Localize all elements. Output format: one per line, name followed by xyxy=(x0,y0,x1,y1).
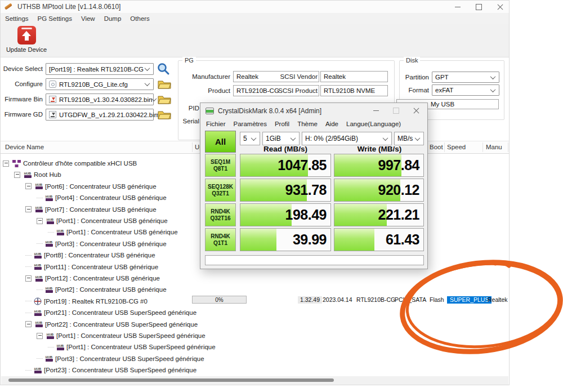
col-device-name[interactable]: Device Name xyxy=(5,144,44,150)
cdm-write-cell: 61.43 xyxy=(334,228,424,251)
tree-item[interactable]: HUB[Port3] : Concentrateur USB générique xyxy=(37,238,167,250)
tree-item[interactable]: Contrôleur d'hôte compatible xHCI USB xyxy=(3,158,137,169)
update-device-icon xyxy=(17,26,36,44)
tree-item-label: [Port3] : Concentrateur USB générique xyxy=(55,240,167,247)
cdm-write-value: 221.21 xyxy=(378,204,419,226)
firmware-bin-combo[interactable]: RTL9210B_v1.30.24.030822.bin xyxy=(46,93,154,105)
cdm-size-combo[interactable]: 1GiB xyxy=(262,132,300,145)
device-select-combo[interactable]: [Port19] : Realtek RTL9210B-CG #0 xyxy=(46,63,154,75)
configure-combo[interactable]: RTL9210B_CG_Lite.cfg xyxy=(46,78,154,90)
tree-item[interactable]: HUB[Port21] : Concentrateur USB SuperSpe… xyxy=(25,307,196,318)
maximize-icon[interactable] xyxy=(393,108,399,114)
tree-item-label: [Port7] : Concentrateur USB générique xyxy=(45,206,157,213)
collapse-icon[interactable] xyxy=(25,183,32,189)
chevron-down-icon xyxy=(151,96,157,101)
tree-item[interactable]: HUB[Port8] : Concentrateur USB générique xyxy=(25,250,155,261)
col-boot[interactable]: Boot xyxy=(430,144,443,150)
menu-others[interactable]: Others xyxy=(130,15,150,22)
tree-item[interactable]: [Port19] : Realtek RTL9210B-CG #0 xyxy=(25,296,148,307)
cdm-all-button[interactable]: All xyxy=(205,131,236,153)
menu-settings[interactable]: Settings xyxy=(5,15,29,22)
collapse-icon[interactable] xyxy=(37,218,43,224)
collapse-icon[interactable] xyxy=(25,321,32,327)
cdm-test-button[interactable]: SEQ1MQ8T1 xyxy=(205,154,236,177)
tree-item[interactable]: HUB[Port7] : Concentrateur USB générique xyxy=(25,204,157,215)
cdm-write-value: 997.84 xyxy=(378,154,419,176)
tree-item[interactable]: HUB[Port1] : Concentrateur USB SuperSpee… xyxy=(37,330,205,341)
collapse-icon[interactable] xyxy=(25,206,32,212)
tree-item[interactable]: HUB[Port1] : Concentrateur USB générique xyxy=(37,215,168,226)
hub-icon: HUB xyxy=(46,333,55,339)
hub-icon: HUB xyxy=(44,355,53,362)
scsi-product-field[interactable]: RTL9210B NVME xyxy=(320,85,388,96)
tree-item[interactable]: HUB[Port6] : Concentrateur USB générique xyxy=(25,181,157,192)
minimize-icon[interactable] xyxy=(455,7,461,7)
configure-value: RTL9210B_CG_Lite.cfg xyxy=(59,81,128,88)
cdm-read-value: 39.99 xyxy=(293,229,327,251)
collapse-icon[interactable] xyxy=(37,333,43,339)
tree-item[interactable]: HUB[Port4] : Concentrateur USB générique xyxy=(37,192,167,203)
cdm-unit-combo[interactable]: MB/s xyxy=(394,132,424,145)
format-label: Format xyxy=(401,87,429,93)
hub-icon: HUB xyxy=(23,172,32,178)
cdm-menu-aide[interactable]: Aide xyxy=(325,121,338,127)
folder-icon[interactable] xyxy=(158,93,171,105)
cdm-menu-langue[interactable]: Langue(Language) xyxy=(346,121,401,127)
tree-item[interactable]: HUBRoot Hub xyxy=(14,169,61,180)
cdm-target-combo[interactable]: H: 0% (2/954GiB) xyxy=(302,132,392,145)
tree-connector xyxy=(25,313,32,313)
window-title: UTHSB MPtool Lite [v1.14.8.0610] xyxy=(17,3,120,11)
speed-badge[interactable]: SUPER_PLUS xyxy=(447,296,491,304)
tree-item[interactable]: HUB[Port22] : Concentrateur USB SuperSpe… xyxy=(25,319,198,330)
search-icon[interactable] xyxy=(157,62,171,76)
cdm-write-cell: 997.84 xyxy=(334,154,424,177)
menu-pg-settings[interactable]: PG Settings xyxy=(38,15,72,22)
collapse-icon[interactable] xyxy=(3,161,9,167)
menu-dump[interactable]: Dump xyxy=(104,15,122,22)
cdm-read-cell: 1047.85 xyxy=(240,154,331,177)
cdm-test-name: SEQ1M xyxy=(211,159,230,166)
product-label: Product xyxy=(181,87,230,94)
collapse-icon[interactable] xyxy=(14,172,20,178)
tree-item[interactable]: HUB[Port1] : Concentrateur USB générique xyxy=(48,226,178,238)
chip-value: RTL9210B-CG xyxy=(356,296,395,304)
format-combo[interactable]: exFAT xyxy=(432,84,499,96)
minimize-icon[interactable] xyxy=(373,110,379,111)
upgrade-progress-bar: 0% xyxy=(192,296,247,304)
scrollbar-thumb[interactable] xyxy=(8,378,334,382)
folder-icon[interactable] xyxy=(158,78,171,90)
horizontal-scrollbar[interactable] xyxy=(1,376,508,385)
partition-combo[interactable]: GPT xyxy=(432,72,499,83)
cdm-count-combo[interactable]: 5 xyxy=(240,132,260,145)
tree-item[interactable]: HUB[Port23] : Concentrateur USB SuperSpe… xyxy=(25,364,196,376)
cdm-test-queue: Q32T16 xyxy=(210,215,230,222)
cdm-menu-profil[interactable]: Profil xyxy=(275,121,289,127)
tree-item[interactable]: HUB[Port3] : Concentrateur USB SuperSpee… xyxy=(37,353,204,364)
col-manu[interactable]: Manu xyxy=(486,144,502,150)
tree-item[interactable]: HUB[Port12] : Concentrateur USB génériqu… xyxy=(25,273,160,284)
cdm-test-button[interactable]: RND4KQ32T16 xyxy=(205,203,236,226)
close-icon[interactable] xyxy=(497,4,503,10)
tree-item[interactable]: HUB[Port11] : Concentrateur USB génériqu… xyxy=(25,261,158,273)
folder-icon[interactable] xyxy=(158,109,171,120)
cdm-test-button[interactable]: SEQ128KQ32T1 xyxy=(205,179,236,202)
close-icon[interactable] xyxy=(413,108,419,114)
collapse-icon[interactable] xyxy=(25,275,32,282)
maximize-icon[interactable] xyxy=(476,4,482,10)
tree-item-label: [Port1] : Concentrateur USB SuperSpeed g… xyxy=(66,344,216,350)
cdm-menu-fichier[interactable]: Fichier xyxy=(206,121,226,127)
cdm-menu-theme[interactable]: Thème xyxy=(297,121,318,127)
scsi-vendor-field[interactable]: Realtek xyxy=(320,71,388,82)
menu-view[interactable]: View xyxy=(81,15,95,22)
update-device-button[interactable]: Update Device xyxy=(3,26,50,53)
col-speed[interactable]: Speed xyxy=(447,144,466,150)
cdm-write-header: Write (MB/s) xyxy=(334,145,425,153)
firmware-bin-label: Firmware Bin xyxy=(2,96,43,103)
firmware-gd-combo[interactable]: UTGDFW_B_v1.29.21.030422.bin xyxy=(46,109,154,121)
usb-device-icon xyxy=(33,297,42,305)
cdm-menu-parametres[interactable]: Paramètres xyxy=(234,121,267,127)
cdm-test-button[interactable]: RND4KQ1T1 xyxy=(205,228,236,251)
tree-item[interactable]: HUB[Port1] : Concentrateur USB SuperSpee… xyxy=(48,341,216,353)
mode-value: PCIE_SATA xyxy=(395,296,426,304)
tree-item[interactable]: HUB[Port2] : Concentrateur USB générique xyxy=(37,284,167,295)
